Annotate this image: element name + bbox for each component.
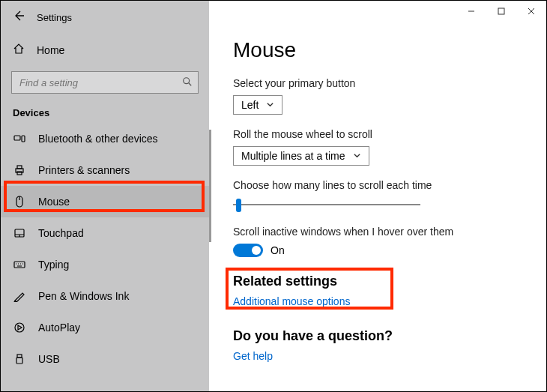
sidebar-item-usb[interactable]: USB [1,343,209,375]
bluetooth-icon [13,132,26,145]
main-panel: Mouse Select your primary button Left Ro… [209,1,546,391]
sidebar-item-label: Typing [38,259,69,271]
sidebar-item-label: USB [38,353,60,365]
chevron-down-icon [266,99,274,111]
back-icon[interactable] [13,10,25,25]
lines-slider[interactable] [233,197,420,212]
titlebar [456,1,546,22]
nav-list: Bluetooth & other devices Printers & sca… [1,123,209,375]
svg-rect-1 [14,136,20,140]
maximize-button[interactable] [486,1,516,22]
pen-icon [13,289,26,303]
home-nav[interactable]: Home [1,37,209,64]
search-icon [182,76,193,90]
svg-point-0 [184,78,190,84]
svg-point-9 [15,323,24,332]
svg-rect-8 [14,262,25,268]
sidebar-item-label: Mouse [38,196,70,208]
chevron-down-icon [353,150,361,162]
page-title: Mouse [233,38,539,62]
sidebar-item-typing[interactable]: Typing [1,249,209,280]
section-title: Devices [1,104,209,123]
primary-button-dropdown[interactable]: Left [233,95,282,115]
sidebar-item-label: Pen & Windows Ink [38,290,129,302]
get-help-link[interactable]: Get help [233,350,539,362]
usb-icon [13,352,26,366]
additional-mouse-options-link[interactable]: Additional mouse options [233,295,539,307]
svg-rect-4 [17,166,22,169]
home-label: Home [37,44,64,56]
close-button[interactable] [516,1,546,22]
search-input[interactable] [11,71,199,94]
sidebar-item-touchpad[interactable]: Touchpad [1,217,209,249]
sidebar-item-label: Printers & scanners [38,164,130,176]
sidebar-item-bluetooth[interactable]: Bluetooth & other devices [1,123,209,154]
inactive-label: Scroll inactive windows when I hover ove… [233,226,539,238]
sidebar-item-label: AutoPlay [38,322,80,334]
svg-rect-11 [16,358,22,364]
inactive-toggle[interactable] [233,244,263,257]
sidebar-item-label: Touchpad [38,227,84,239]
dropdown-value: Left [241,99,259,111]
autoplay-icon [13,321,26,334]
scroll-mode-label: Roll the mouse wheel to scroll [233,128,539,140]
sidebar-item-printers[interactable]: Printers & scanners [1,154,209,186]
related-heading: Related settings [233,274,539,289]
sidebar-item-autoplay[interactable]: AutoPlay [1,312,209,343]
question-heading: Do you have a question? [233,328,539,344]
toggle-state: On [271,244,285,256]
sidebar: Settings Home Devices Bluetooth & other … [1,1,209,391]
minimize-button[interactable] [456,1,486,22]
svg-rect-10 [17,355,22,358]
home-icon [13,43,25,58]
svg-rect-2 [22,136,25,142]
slider-thumb[interactable] [236,199,241,212]
lines-label: Choose how many lines to scroll each tim… [233,179,539,191]
sidebar-item-pen[interactable]: Pen & Windows Ink [1,280,209,312]
touchpad-icon [13,226,26,240]
sidebar-item-mouse[interactable]: Mouse [1,186,209,217]
mouse-icon [13,195,26,208]
scroll-indicator[interactable] [209,130,211,242]
sidebar-item-label: Bluetooth & other devices [38,133,158,145]
dropdown-value: Multiple lines at a time [241,150,345,162]
primary-button-label: Select your primary button [233,77,539,89]
scroll-mode-dropdown[interactable]: Multiple lines at a time [233,146,369,166]
window-title: Settings [37,12,72,23]
slider-track [233,204,420,205]
keyboard-icon [13,258,26,271]
printer-icon [13,163,26,177]
toggle-knob [252,246,261,255]
svg-rect-12 [498,8,504,14]
